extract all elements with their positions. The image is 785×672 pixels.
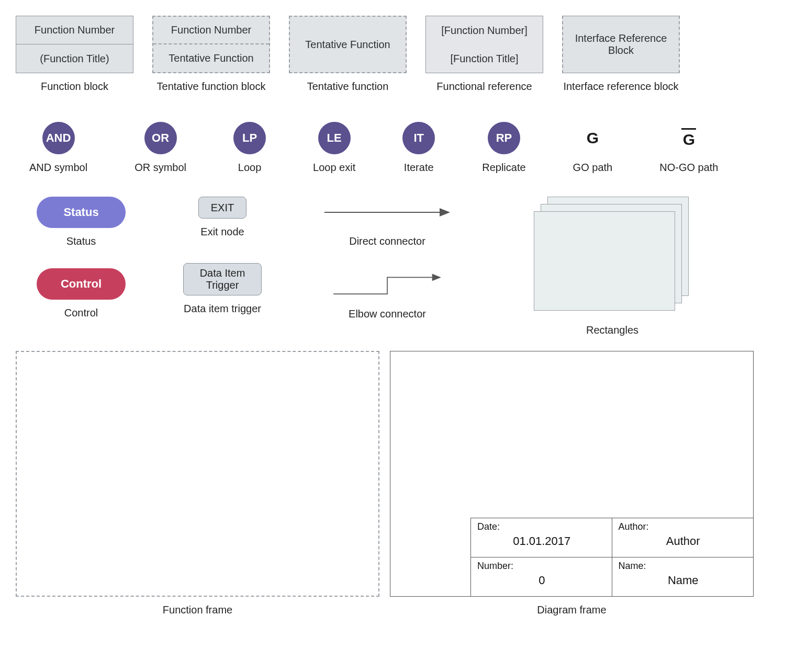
control-node[interactable]: Control Control <box>37 268 126 319</box>
caption: NO-GO path <box>659 162 718 174</box>
caption: Tentative function block <box>157 81 266 93</box>
functional-reference-box: [Function Number] [Function Title] <box>425 16 543 73</box>
exit-button: EXIT <box>198 197 246 219</box>
svg-marker-1 <box>440 208 450 217</box>
go-letter: G <box>587 129 599 147</box>
control-pill: Control <box>37 268 126 300</box>
interface-reference-box: Interface Reference Block <box>562 16 680 73</box>
and-symbol[interactable]: AND AND symbol <box>29 122 87 174</box>
diagram-frame-author-cell: Author: Author <box>612 518 754 557</box>
overline-icon <box>681 128 696 130</box>
no-go-path-icon: G <box>681 122 696 154</box>
diagram-frame-name-cell: Name: Name <box>612 557 754 597</box>
functional-reference-top: [Function Number] <box>426 16 543 44</box>
rp-circle-icon: RP <box>488 122 520 154</box>
caption: Functional reference <box>436 81 532 93</box>
loop-symbol[interactable]: LP Loop <box>233 122 266 174</box>
tentative-function-box: Tentative Function <box>289 16 407 73</box>
caption: Replicate <box>482 162 525 174</box>
interface-reference-block[interactable]: Interface Reference Block Interface refe… <box>562 16 680 93</box>
diagram-frame[interactable]: Date: 01.01.2017 Author: Author Number: … <box>390 351 754 616</box>
nogo-letter: G <box>683 131 695 149</box>
function-block[interactable]: Function Number (Function Title) Functio… <box>16 16 133 93</box>
diagram-frame-box: Date: 01.01.2017 Author: Author Number: … <box>390 351 754 597</box>
dit-button: Data Item Trigger <box>183 263 262 295</box>
tentative-function-block-top: Function Number <box>153 17 269 44</box>
caption: Function frame <box>163 604 232 616</box>
direct-connector[interactable]: Direct connector <box>319 197 455 247</box>
caption: Exit node <box>200 226 244 238</box>
rectangles[interactable]: Rectangles <box>534 197 691 336</box>
status-pill: Status <box>37 197 126 228</box>
no-go-path[interactable]: G NO-GO path <box>659 122 718 174</box>
le-circle-icon: LE <box>318 122 351 154</box>
caption: Control <box>64 307 98 319</box>
tentative-function-text: Tentative Function <box>305 39 390 51</box>
interface-reference-text: Interface Reference Block <box>568 32 674 56</box>
number-label: Number: <box>477 561 607 572</box>
caption: Elbow connector <box>349 308 426 320</box>
caption: Rectangles <box>586 324 638 336</box>
or-circle-icon: OR <box>144 122 177 154</box>
connectors-col: Direct connector Elbow connector <box>319 197 455 320</box>
status-node[interactable]: Status Status <box>37 197 126 247</box>
function-frame-box <box>16 351 379 597</box>
or-symbol[interactable]: OR OR symbol <box>134 122 186 174</box>
caption: Iterate <box>404 162 434 174</box>
caption: Loop exit <box>313 162 355 174</box>
function-block-top: Function Number <box>16 16 133 44</box>
tentative-function-block-box: Function Number Tentative Function <box>152 16 270 73</box>
caption: Loop <box>238 162 262 174</box>
exit-node[interactable]: EXIT Exit node <box>198 197 246 238</box>
svg-marker-2 <box>432 274 441 281</box>
diagram-frame-grid: Date: 01.01.2017 Author: Author Number: … <box>470 518 753 596</box>
function-block-bot: (Function Title) <box>16 44 133 73</box>
tentative-function[interactable]: Tentative Function Tentative function <box>289 16 407 93</box>
lp-circle-icon: LP <box>233 122 266 154</box>
caption: Direct connector <box>349 235 425 247</box>
function-block-box: Function Number (Function Title) <box>16 16 133 73</box>
diagram-frame-number-cell: Number: 0 <box>471 557 612 597</box>
name-label: Name: <box>619 561 748 572</box>
functional-reference-bot: [Function Title] <box>426 44 543 73</box>
data-item-trigger[interactable]: Data Item Trigger Data item trigger <box>183 263 262 315</box>
diagram-frame-date-cell: Date: 01.01.2017 <box>471 518 612 557</box>
caption: OR symbol <box>134 162 186 174</box>
functional-reference[interactable]: [Function Number] [Function Title] Funct… <box>425 16 543 93</box>
caption: Tentative function <box>307 81 389 93</box>
row-symbols: AND AND symbol OR OR symbol LP Loop LE L… <box>16 122 769 174</box>
date-label: Date: <box>477 521 607 532</box>
date-value: 01.01.2017 <box>477 534 607 548</box>
elbow-arrow-icon <box>319 269 455 301</box>
go-path[interactable]: G GO path <box>573 122 613 174</box>
rectangles-icon <box>534 197 691 317</box>
direct-arrow-icon <box>319 197 455 228</box>
tentative-function-block[interactable]: Function Number Tentative Function Tenta… <box>152 16 270 93</box>
caption: Diagram frame <box>537 604 606 616</box>
replicate-symbol[interactable]: RP Replicate <box>482 122 525 174</box>
tentative-function-block-bot: Tentative Function <box>153 44 269 72</box>
go-path-icon: G <box>587 122 599 154</box>
caption: Interface reference block <box>563 81 678 93</box>
iterate-symbol[interactable]: IT Iterate <box>402 122 435 174</box>
row-misc: Status Status Control Control EXIT Exit … <box>16 197 769 336</box>
caption: GO path <box>573 162 613 174</box>
function-frame[interactable]: Function frame <box>16 351 379 616</box>
author-value: Author <box>619 534 748 548</box>
and-circle-icon: AND <box>42 122 75 154</box>
status-control-col: Status Status Control Control <box>37 197 126 319</box>
caption: AND symbol <box>29 162 87 174</box>
name-value: Name <box>619 574 748 587</box>
row-blocks: Function Number (Function Title) Functio… <box>16 16 769 93</box>
author-label: Author: <box>619 521 748 532</box>
caption: Status <box>66 235 96 247</box>
caption: Data item trigger <box>184 303 261 315</box>
number-value: 0 <box>477 574 607 587</box>
row-frames: Function frame Date: 01.01.2017 Author: … <box>16 351 769 616</box>
elbow-connector[interactable]: Elbow connector <box>319 269 455 320</box>
it-circle-icon: IT <box>402 122 435 154</box>
exit-dit-col: EXIT Exit node Data Item Trigger Data it… <box>183 197 262 315</box>
caption: Function block <box>41 81 108 93</box>
loop-exit-symbol[interactable]: LE Loop exit <box>313 122 355 174</box>
